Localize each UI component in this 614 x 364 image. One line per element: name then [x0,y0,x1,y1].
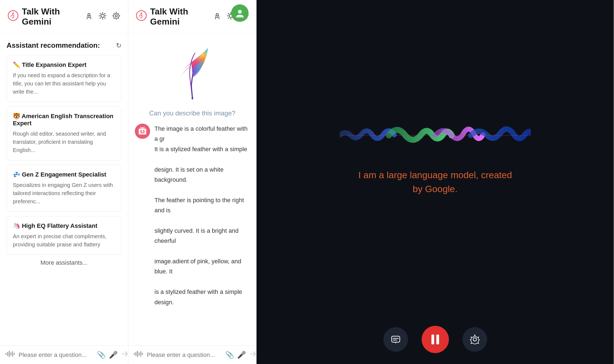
voice-settings-button[interactable] [463,327,487,352]
mic-icon-1[interactable]: 🎤 [109,351,118,359]
chat-mode-button[interactable] [383,327,408,352]
theme-icon-1[interactable] [99,12,107,22]
svg-point-35 [192,97,193,100]
card-title-2: 💤 Gen Z Engagement Specialist [13,171,115,178]
svg-rect-44 [135,352,136,356]
svg-point-0 [8,11,18,20]
card-title-1: 🐯 American English Transcreation Expert [13,113,115,127]
attach-icon-1[interactable]: 📎 [97,351,106,359]
panel-voice: I am a large language model, created by … [257,0,614,364]
header-panel2: Talk With Gemini [128,0,256,34]
refresh-icon[interactable]: ↻ [116,42,121,49]
input-bar-2: 📎 🎤 [128,345,256,364]
svg-point-20 [136,11,146,20]
header-icons-1 [85,12,120,22]
svg-rect-19 [14,353,15,355]
pause-icon [431,335,439,344]
user-message: Can you describe this image? [135,109,250,117]
svg-line-12 [100,17,101,18]
pause-button[interactable] [422,326,449,353]
card-title-0: ✏️ Title Expansion Expert [13,61,115,68]
app-title-2: Talk With Gemini [150,7,210,27]
assistant-card-0[interactable]: ✏️ Title Expansion Expert If you need to… [7,55,121,102]
assistant-card-3[interactable]: 🦄 High EQ Flattery Assistant An expert i… [7,216,121,255]
logo-icon [8,10,19,23]
card-desc-0: If you need to expand a description for … [13,71,115,96]
card-desc-1: Rough old editor, seasoned writer, and t… [13,130,115,154]
svg-line-11 [105,13,105,14]
header-panel1: Talk With Gemini [0,0,128,34]
chat-content: Can you describe this image? The image i… [128,34,256,345]
svg-point-41 [140,127,141,128]
panel3-content: I am a large language model, created by … [257,0,614,315]
assistant-card-2[interactable]: 💤 Gen Z Engagement Specialist Specialize… [7,165,121,212]
voice-control-bar [257,315,614,364]
assistant-card-1[interactable]: 🐯 American English Transcreation Expert … [7,106,121,160]
ai-avatar [135,124,150,139]
card-icon-0: ✏️ [13,61,20,68]
svg-point-1 [12,13,14,14]
user-avatar [231,4,249,22]
svg-point-13 [115,15,117,17]
svg-rect-18 [12,351,13,357]
svg-rect-15 [7,352,8,356]
waveform-icon-2 [134,350,144,360]
card-desc-3: An expert in precise chat compliments, p… [13,232,115,249]
svg-point-22 [216,13,218,16]
pause-bar-left [431,335,434,344]
github-icon-2[interactable] [213,12,221,22]
svg-point-37 [140,130,142,132]
svg-line-10 [105,17,105,18]
svg-line-29 [228,13,229,14]
chat-input-2[interactable] [147,351,222,359]
input-bar-1: 📎 🎤 [0,345,128,364]
card-title-3: 🦄 High EQ Flattery Assistant [13,222,115,229]
voice-status-text: I am a large language model, created by … [358,168,512,196]
ai-response-container: The image is a colorful feather with a g… [135,124,250,307]
svg-rect-48 [142,353,143,355]
card-icon-2: 💤 [13,171,20,178]
card-icon-1: 🐯 [13,113,20,120]
svg-rect-16 [9,351,10,357]
svg-rect-40 [142,127,143,129]
section-title: Assistant recommendation: [7,41,100,50]
svg-line-32 [228,17,229,18]
settings-icon-1[interactable] [112,12,120,22]
svg-point-42 [144,127,145,128]
mic-icon-2[interactable]: 🎤 [237,351,246,359]
svg-rect-36 [139,129,146,135]
panel1-content: Assistant recommendation: ↻ ✏️ Title Exp… [0,34,128,345]
card-icon-3: 🦄 [13,222,20,229]
svg-rect-46 [139,352,140,356]
svg-point-34 [238,10,242,14]
svg-point-21 [141,13,142,14]
more-assistants-link[interactable]: More assistants... [7,259,121,266]
github-icon[interactable] [85,12,93,22]
pause-bar-right [436,335,439,344]
svg-rect-45 [137,351,138,357]
send-icon-1[interactable] [121,350,129,360]
logo-icon-2 [136,10,147,23]
svg-rect-47 [140,351,141,357]
svg-line-9 [100,13,101,14]
gemini-logo-container [135,40,250,100]
send-icon-2[interactable] [249,350,257,360]
svg-point-2 [88,13,90,16]
svg-rect-39 [140,132,145,133]
svg-point-4 [101,14,104,17]
svg-rect-50 [392,336,400,342]
svg-rect-14 [5,353,7,355]
ai-response-text: The image is a colorful feather with a g… [154,124,250,307]
chat-input-1[interactable] [19,351,94,359]
svg-point-53 [473,338,476,341]
app-title-1: Talk With Gemini [22,7,82,27]
attach-icon-2[interactable]: 📎 [225,351,234,359]
panel-recommendations: Talk With Gemini [0,0,128,364]
panel-chat: Talk With Gemini [128,0,257,364]
svg-point-38 [143,130,145,132]
svg-rect-43 [134,353,135,355]
gemini-feather-logo [165,40,220,100]
waveform-visualization [340,119,531,152]
card-desc-2: Specializes in engaging Gen Z users with… [13,181,115,205]
voice-waveform-svg [340,119,531,152]
